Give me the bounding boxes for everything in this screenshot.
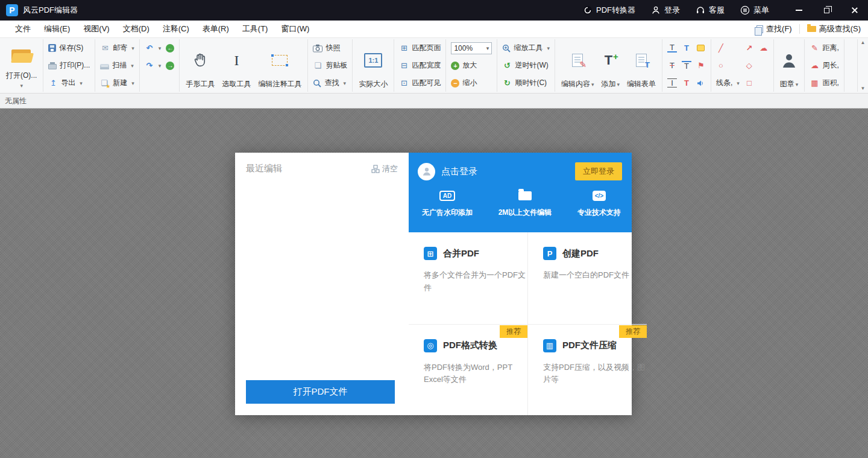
undo-button[interactable]: ↶ — [143, 40, 163, 56]
print-button[interactable]: 打印(P)... — [46, 57, 92, 74]
menu-edit[interactable]: 编辑(E) — [37, 24, 77, 34]
zoom-tool-button[interactable]: 缩放工具 — [500, 40, 552, 56]
area-label: 面积, — [822, 78, 838, 88]
fit-visible-label: 匹配可见 — [412, 78, 441, 88]
arrow-tool-button[interactable]: ↗ — [743, 40, 756, 56]
clear-recent-button[interactable]: 清空 — [371, 164, 398, 174]
fit-width-button[interactable]: ⊟匹配宽度 — [397, 57, 442, 74]
edit-content-button[interactable]: ✎ 编辑内容 — [558, 40, 597, 91]
menu-document[interactable]: 文档(D) — [116, 24, 156, 34]
menu-form[interactable]: 表单(R) — [196, 24, 236, 34]
actual-size-button[interactable]: 1:1 实际大小 — [356, 40, 391, 91]
select-tool-button[interactable]: I 选取工具 — [219, 40, 254, 91]
next-view-button[interactable]: → — [164, 57, 176, 74]
ad-icon: AD — [439, 191, 455, 201]
fit-width-label: 匹配宽度 — [412, 60, 441, 71]
app-title: 风云PDF编辑器 — [23, 5, 78, 16]
login-now-button[interactable]: 立即登录 — [575, 162, 622, 180]
zoom-in-button[interactable]: +放大 — [449, 57, 494, 74]
open-button[interactable]: 打开(O)... — [3, 40, 40, 91]
feature-tech-support-label: 专业技术支持 — [577, 208, 621, 218]
polygon-tool-button[interactable]: ◇ — [743, 57, 756, 74]
menu-window[interactable]: 窗口(W) — [274, 24, 316, 34]
support-button[interactable]: 客服 — [696, 5, 725, 16]
scan-button[interactable]: 扫描 — [98, 57, 136, 74]
edit-annotation-tool-button[interactable]: 编辑注释工具 — [255, 40, 304, 91]
edit-form-icon: T — [636, 54, 647, 67]
perimeter-tool-button[interactable]: ☁周长, — [808, 57, 840, 74]
clipboard-icon: ❏ — [313, 62, 322, 69]
close-icon — [851, 7, 858, 14]
promo-panel: 点击登录 立即登录 AD 无广告水印添加 2M以上文件编辑 </> 专业技术支持 — [409, 153, 632, 415]
distance-tool-button[interactable]: ✎距离, — [808, 40, 840, 56]
save-button[interactable]: 保存(S) — [46, 40, 92, 56]
clipboard-button[interactable]: ❏剪贴板 — [311, 57, 349, 74]
redo-button[interactable]: ↷ — [143, 57, 163, 74]
feature-tech-support: </> 专业技术支持 — [577, 189, 621, 218]
merge-pdf-icon: ⊞ — [424, 247, 437, 260]
card-merge-pdf[interactable]: ⊞ 合并PDF 将多个文件合并为一个PDF文件 — [409, 232, 527, 324]
pin-tool-button[interactable]: ⚑ — [694, 57, 708, 74]
rotate-ccw-button[interactable]: ↺逆时针(W) — [500, 57, 552, 74]
advanced-find-button[interactable]: 高级查找(S) — [807, 24, 861, 34]
add-text-tool-button[interactable]: T — [680, 40, 693, 56]
strikethrough-tool-button[interactable]: T — [665, 57, 679, 74]
menu-tools[interactable]: 工具(T) — [236, 24, 275, 34]
cloud-tool-button[interactable]: ☁ — [757, 40, 770, 56]
add-t-glyph: T — [605, 52, 612, 68]
login-banner: 点击登录 立即登录 AD 无广告水印添加 2M以上文件编辑 </> 专业技术支持 — [409, 153, 632, 232]
zoom-tool-magnifier-icon — [502, 44, 511, 52]
rectangle-tool-button[interactable]: □ — [743, 75, 756, 91]
zoom-level-select[interactable]: 100% — [451, 42, 492, 54]
insert-text-tool-button[interactable]: T — [665, 40, 679, 56]
new-document-button[interactable]: ❏★新建 — [98, 75, 136, 91]
card-create-desc: 新建一个空白的PDF文件 — [543, 269, 647, 282]
fit-page-button[interactable]: ⊞匹配页面 — [397, 40, 442, 56]
stamp-button[interactable]: 图章 — [777, 40, 802, 91]
minimize-button[interactable] — [785, 0, 813, 21]
next-view-icon: → — [166, 62, 174, 70]
previous-view-button[interactable]: ← — [164, 40, 176, 56]
line-tool-button[interactable]: ╱ — [714, 40, 728, 56]
app-logo-letter: P — [9, 5, 14, 15]
restore-button[interactable] — [813, 0, 840, 21]
login-prompt[interactable]: 点击登录 — [441, 166, 477, 177]
group-send: ✉邮寄 扫描 ❏★新建 — [95, 39, 140, 92]
avatar[interactable] — [418, 163, 435, 180]
menu-file[interactable]: 文件 — [8, 24, 37, 34]
group-zoom: 100% +放大 −缩小 — [446, 39, 497, 92]
hand-tool-button[interactable]: 手形工具 — [183, 40, 218, 91]
card-create-title: 创建PDF — [562, 248, 599, 259]
open-pdf-file-button[interactable]: 打开PDF文件 — [246, 380, 395, 404]
ribbon-scroll-down-icon[interactable]: ▼ — [861, 86, 866, 91]
snapshot-button[interactable]: 快照 — [311, 40, 349, 56]
rotate-cw-button[interactable]: ↻顺时针(C) — [500, 75, 552, 91]
mail-button[interactable]: ✉邮寄 — [98, 40, 136, 56]
overline-text-tool-button[interactable]: T — [680, 57, 693, 74]
edit-form-button[interactable]: T 编辑表单 — [624, 40, 659, 91]
area-tool-button[interactable]: ▦面积, — [808, 75, 840, 91]
lines-menu-button[interactable]: 线条, — [714, 75, 741, 91]
group-history: ↶ ↷ ← → — [140, 39, 180, 92]
export-button[interactable]: ↥导出 — [46, 75, 92, 91]
menu-button[interactable]: 菜单 — [740, 5, 769, 16]
find-tool-button[interactable]: 查找 — [311, 75, 349, 91]
menu-view[interactable]: 视图(V) — [77, 24, 116, 34]
pdf-converter-button[interactable]: PDF转换器 — [583, 5, 635, 16]
highlight-text-tool-button[interactable]: T — [680, 75, 693, 91]
audio-comment-tool-button[interactable] — [694, 75, 708, 91]
sticky-note-tool-button[interactable] — [694, 40, 708, 56]
login-titlebar-button[interactable]: 登录 — [651, 5, 680, 16]
card-compress-pdf[interactable]: 推荐 ▥ PDF文件压缩 支持PDF压缩，以及视频，图片等 — [527, 324, 647, 416]
find-button[interactable]: 查找(F) — [756, 24, 792, 34]
card-create-pdf[interactable]: P 创建PDF 新建一个空白的PDF文件 — [527, 232, 647, 324]
circle-tool-button[interactable]: ○ — [714, 57, 728, 74]
menu-comment[interactable]: 注释(C) — [156, 24, 196, 34]
text-cursor-tool-button[interactable]: I — [665, 75, 679, 91]
ribbon-scroll-up-icon[interactable]: ▲ — [861, 40, 866, 45]
add-button[interactable]: T+ 添加 — [598, 40, 623, 91]
fit-visible-button[interactable]: ⊡匹配可见 — [397, 75, 442, 91]
zoom-out-button[interactable]: −缩小 — [449, 75, 494, 91]
close-button[interactable] — [840, 0, 868, 21]
card-convert-pdf[interactable]: 推荐 ◎ PDF格式转换 将PDF转换为Word，PPT Excel等文件 — [409, 324, 527, 416]
